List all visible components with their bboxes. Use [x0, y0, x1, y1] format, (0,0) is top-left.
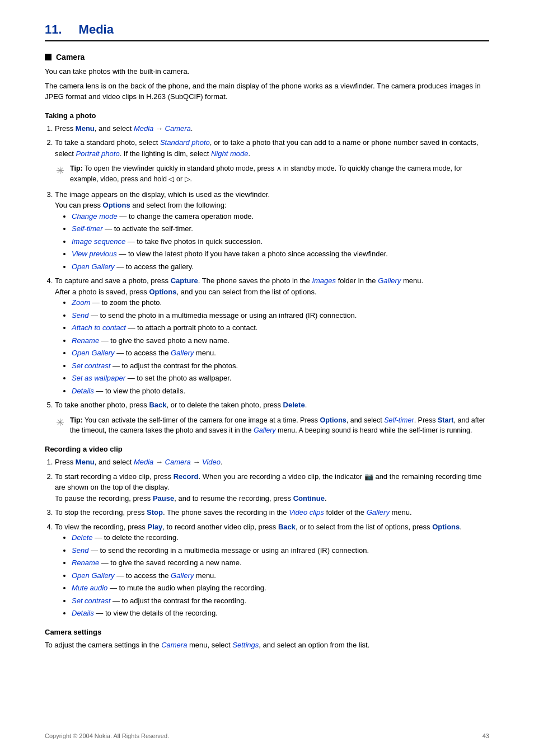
tip-label-2: Tip: [70, 416, 83, 424]
details-link: Details [72, 387, 94, 395]
video-step3-text: To stop the recording, press Stop. The p… [55, 508, 412, 516]
back-bold: Back [149, 401, 166, 409]
camera-link: Camera [165, 124, 191, 133]
camera-settings-heading: Camera settings [45, 628, 489, 636]
play-bold: Play [147, 523, 162, 531]
video-clips-link: Video clips [289, 508, 324, 516]
tip2-options-bold: Options [320, 416, 346, 424]
vmute-link: Mute audio [72, 584, 107, 592]
option-self-timer: Self-timer — to activate the self-timer. [72, 223, 489, 234]
chapter-heading: 11. Media [45, 22, 489, 41]
option-open-gallery2: Open Gallery — to access the Gallery men… [72, 348, 489, 359]
tip-icon-1: ✳ [56, 165, 64, 177]
option-rename: Rename — to give the saved photo a new n… [72, 335, 489, 346]
option-open-gallery: Open Gallery — to access the gallery. [72, 261, 489, 273]
step4b-text: After a photo is saved, press Options, a… [55, 288, 317, 296]
tip-label-1: Tip: [70, 165, 83, 172]
options-bold2: Options [149, 288, 176, 296]
set-wallpaper-link: Set as wallpaper [72, 374, 125, 382]
tip-text-2: Tip: You can activate the self-timer of … [70, 415, 489, 436]
vsend-link: Send [72, 546, 88, 555]
vopt-rename: Rename — to give the saved recording a n… [72, 557, 489, 569]
video-step2-pause: To pause the recording, press Pause, and… [55, 494, 327, 503]
camera-section-heading: Camera [45, 53, 489, 62]
vdetails-link: Details [72, 609, 94, 617]
open-gallery-link: Open Gallery [72, 262, 115, 271]
tip-text-1: Tip: To open the viewfinder quickly in s… [70, 163, 489, 185]
chapter-number: 11. [45, 22, 62, 37]
options-bold: Options [103, 201, 130, 209]
video-link: Video [202, 458, 221, 466]
options-list-3: Delete — to delete the recording. Send —… [72, 532, 489, 619]
video-step-2: To start recording a video clip, press R… [55, 471, 489, 504]
step4-text: To capture and save a photo, press Captu… [55, 276, 423, 285]
recording-video-steps: Press Menu, and select Media → Camera → … [55, 457, 489, 619]
video-step2-text: To start recording a video clip, press R… [55, 472, 481, 492]
option-set-contrast: Set contrast — to adjust the contrast fo… [72, 360, 489, 372]
page-footer: Copyright © 2004 Nokia. All Rights Reser… [0, 732, 534, 739]
vopt-set-contrast: Set contrast — to adjust the contrast fo… [72, 595, 489, 607]
camera-intro2: The camera lens is on the back of the ph… [45, 81, 489, 102]
zoom-link: Zoom [72, 298, 90, 307]
send-link: Send [72, 311, 88, 320]
step5-text: To take another photo, press Back, or to… [55, 401, 307, 409]
vopt-delete: Delete — to delete the recording. [72, 532, 489, 543]
step-4: To capture and save a photo, press Captu… [55, 275, 489, 396]
option-view-previous: View previous — to view the latest photo… [72, 248, 489, 260]
images-link: Images [312, 276, 336, 285]
attach-contact-link: Attach to contact [72, 323, 126, 332]
video-step-1: Press Menu, and select Media → Camera → … [55, 457, 489, 468]
media-link: Media [134, 124, 153, 133]
camera-intro1: You can take photos with the built-in ca… [45, 66, 489, 77]
step3-options: You can press Options and select from th… [55, 201, 227, 209]
camera-settings-text: To adjust the camera settings in the Cam… [45, 640, 489, 651]
recording-video-heading: Recording a video clip [45, 445, 489, 453]
standard-photo-link: Standard photo [160, 138, 210, 147]
tip-box-2: ✳ Tip: You can activate the self-timer o… [56, 415, 489, 436]
taking-photo-steps: Press Menu, and select Media → Camera. T… [55, 123, 489, 159]
step-2: To take a standard photo, select Standar… [55, 137, 489, 159]
tip-icon-2: ✳ [56, 416, 64, 429]
tip2-start-bold: Start [438, 416, 453, 424]
night-mode-link: Night mode [211, 149, 248, 158]
taking-photo-heading: Taking a photo [45, 111, 489, 120]
option-send: Send — to send the photo in a multimedia… [72, 310, 489, 321]
rename-link: Rename [72, 336, 99, 345]
csettings-settings-link: Settings [232, 641, 259, 649]
self-timer-link: Self-timer [72, 224, 103, 233]
page-number: 43 [483, 732, 489, 739]
vdelete-link: Delete [72, 533, 93, 542]
vcontrast-link: Set contrast [72, 597, 110, 605]
vgallery-link: Gallery [367, 508, 390, 516]
csettings-camera-link: Camera [161, 641, 187, 649]
change-mode-link: Change mode [72, 212, 118, 220]
vrename-link: Rename [72, 558, 99, 567]
image-sequence-link: Image sequence [72, 237, 125, 246]
record-bold: Record [174, 472, 199, 481]
continue-bold: Continue [293, 494, 325, 503]
step2-text: To take a standard photo, select Standar… [55, 138, 479, 158]
option-zoom: Zoom — to zoom the photo. [72, 297, 489, 308]
vback-bold: Back [278, 523, 296, 531]
menu-bold: Menu [76, 124, 95, 133]
tip-box-1: ✳ Tip: To open the viewfinder quickly in… [56, 163, 489, 185]
vopen-gallery-link: Open Gallery [72, 571, 115, 580]
gallery-link: Gallery [378, 276, 401, 285]
options-list-2: Zoom — to zoom the photo. Send — to send… [72, 297, 489, 396]
video-step-3: To stop the recording, press Stop. The p… [55, 507, 489, 518]
view-previous-link: View previous [72, 250, 117, 258]
stop-bold: Stop [147, 508, 163, 516]
vopt-details: Details — to view the details of the rec… [72, 608, 489, 619]
gallery2-link: Gallery [171, 349, 194, 357]
pause-bold: Pause [153, 494, 174, 503]
set-contrast-link: Set contrast [72, 361, 110, 370]
option-set-wallpaper: Set as wallpaper — to set the photo as w… [72, 373, 489, 384]
capture-bold: Capture [171, 276, 198, 285]
option-change-mode: Change mode — to change the camera opera… [72, 211, 489, 222]
delete-bold: Delete [283, 401, 305, 409]
copyright: Copyright © 2004 Nokia. All Rights Reser… [45, 732, 169, 739]
camera-heading-text: Camera [56, 53, 85, 62]
step-3: The image appears on the display, which … [55, 189, 489, 273]
option-details: Details — to view the photo details. [72, 386, 489, 397]
options-list-1: Change mode — to change the camera opera… [72, 211, 489, 273]
